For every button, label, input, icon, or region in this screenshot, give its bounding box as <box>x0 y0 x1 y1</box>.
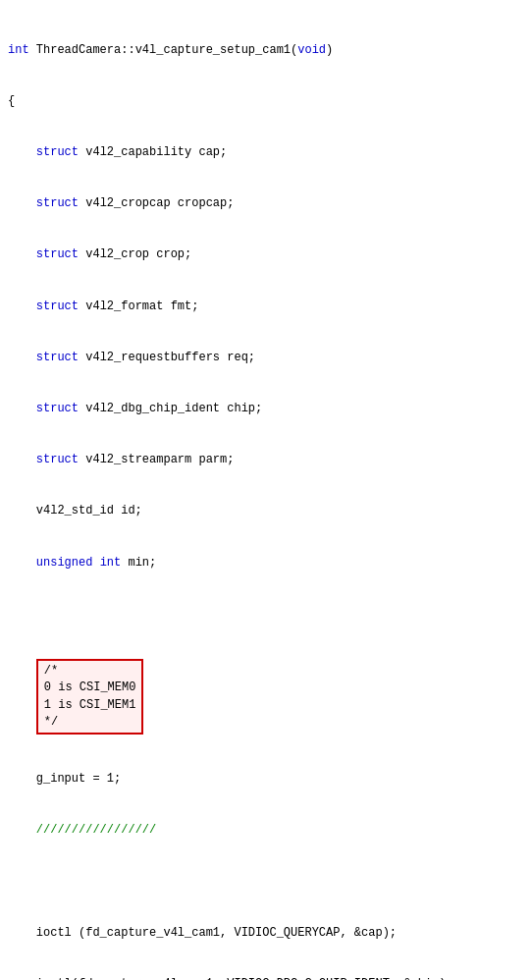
blank-line-1 <box>8 606 528 623</box>
line-v4l2-std: v4l2_std_id id; <box>8 503 528 519</box>
line-unsigned-int: unsigned int min; <box>8 555 528 572</box>
comment-block-line: /*0 is CSI_MEM01 is CSI_MEM1*/ <box>8 657 528 737</box>
function-signature: int ThreadCamera::v4l_capture_setup_cam1… <box>8 42 528 59</box>
open-brace: { <box>8 93 528 110</box>
line-struct-cap: struct v4l2_capability cap; <box>8 144 528 161</box>
line-struct-parm: struct v4l2_streamparm parm; <box>8 452 528 468</box>
code-container: int ThreadCamera::v4l_capture_setup_cam1… <box>0 0 532 980</box>
line-struct-chip: struct v4l2_dbg_chip_ident chip; <box>8 401 528 417</box>
comment-highlighted-box: /*0 is CSI_MEM01 is CSI_MEM1*/ <box>36 659 144 735</box>
line-divider: ///////////////// <box>8 822 528 839</box>
line-ioctl-querycap: ioctl (fd_capture_v4l_cam1, VIDIOC_QUERY… <box>8 925 528 942</box>
line-struct-cropcap: struct v4l2_cropcap cropcap; <box>8 195 528 212</box>
line-ioctl-chip-ident: ioctl(fd_capture_v4l_cam1, VIDIOC_DBG_G_… <box>8 976 528 980</box>
blank-line-2 <box>8 874 528 891</box>
line-struct-req: struct v4l2_requestbuffers req; <box>8 350 528 366</box>
line-struct-fmt: struct v4l2_format fmt; <box>8 299 528 315</box>
line-g-input: g_input = 1; <box>8 771 528 788</box>
line-struct-crop: struct v4l2_crop crop; <box>8 246 528 263</box>
